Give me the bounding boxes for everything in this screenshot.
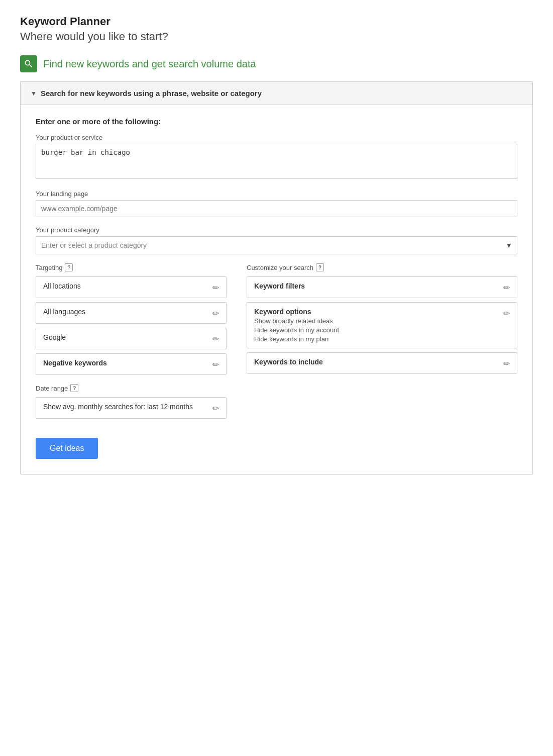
targeting-negative-keywords-text: Negative keywords [43, 359, 107, 367]
targeting-label: Targeting ? [36, 263, 227, 271]
card-body: Enter one or more of the following: Your… [21, 105, 532, 474]
date-range-help-icon[interactable]: ? [70, 384, 78, 392]
targeting-network-text: Google [43, 333, 66, 341]
landing-field-group: Your landing page [36, 190, 517, 217]
targeting-languages-text: All languages [43, 308, 85, 316]
main-card: ▼ Search for new keywords using a phrase… [20, 81, 533, 475]
form-instructions: Enter one or more of the following: [36, 117, 517, 126]
keyword-options-sub1: Show broadly related ideas [254, 317, 499, 325]
keyword-filters-content: Keyword filters [254, 282, 499, 290]
targeting-help-icon[interactable]: ? [65, 263, 73, 271]
edit-icon: ✏ [503, 309, 510, 318]
edit-icon: ✏ [212, 404, 219, 413]
category-label: Your product category [36, 226, 517, 234]
page-title: Keyword Planner [20, 15, 533, 28]
search-icon [20, 55, 37, 72]
customize-label: Customize your search ? [247, 263, 517, 271]
keyword-options-sub2: Hide keywords in my account [254, 326, 499, 334]
keyword-options-content: Keyword options Show broadly related ide… [254, 308, 499, 343]
card-header-text: Search for new keywords using a phrase, … [41, 89, 262, 98]
edit-icon: ✏ [503, 359, 510, 368]
two-col-section: Targeting ? All locations ✏ All language… [36, 263, 517, 423]
category-select[interactable]: Enter or select a product category [36, 236, 517, 254]
date-range-label: Date range ? [36, 384, 227, 392]
landing-input[interactable] [36, 200, 517, 217]
keyword-filters-title: Keyword filters [254, 282, 499, 290]
edit-icon: ✏ [212, 283, 219, 293]
keyword-filters-option[interactable]: Keyword filters ✏ [247, 276, 517, 298]
page-subtitle: Where would you like to start? [20, 30, 533, 43]
keyword-options-option[interactable]: Keyword options Show broadly related ide… [247, 302, 517, 348]
category-select-wrapper: Enter or select a product category ▼ [36, 236, 517, 254]
section-header[interactable]: Find new keywords and get search volume … [20, 55, 533, 72]
targeting-locations[interactable]: All locations ✏ [36, 276, 227, 298]
product-input[interactable]: burger bar in chicago [36, 144, 517, 179]
customize-help-icon[interactable]: ? [316, 263, 324, 271]
edit-icon: ✏ [212, 309, 219, 318]
product-label: Your product or service [36, 134, 517, 141]
landing-label: Your landing page [36, 190, 517, 198]
edit-icon: ✏ [503, 283, 510, 293]
keywords-to-include-option[interactable]: Keywords to include ✏ [247, 352, 517, 374]
date-range-option[interactable]: Show avg. monthly searches for: last 12 … [36, 397, 227, 419]
keywords-to-include-content: Keywords to include [254, 358, 499, 366]
targeting-languages[interactable]: All languages ✏ [36, 302, 227, 324]
keyword-options-sub3: Hide keywords in my plan [254, 335, 499, 343]
keyword-options-title: Keyword options [254, 308, 499, 316]
category-field-group: Your product category Enter or select a … [36, 226, 517, 254]
product-field-group: Your product or service burger bar in ch… [36, 134, 517, 181]
collapse-arrow-icon: ▼ [31, 90, 37, 97]
targeting-locations-text: All locations [43, 282, 81, 290]
right-col: Customize your search ? Keyword filters … [247, 263, 517, 423]
date-range-text: Show avg. monthly searches for: last 12 … [43, 403, 193, 411]
get-ideas-button[interactable]: Get ideas [36, 438, 98, 459]
card-header[interactable]: ▼ Search for new keywords using a phrase… [21, 82, 532, 105]
targeting-network[interactable]: Google ✏ [36, 328, 227, 349]
keywords-to-include-title: Keywords to include [254, 358, 499, 366]
targeting-negative-keywords[interactable]: Negative keywords ✏ [36, 353, 227, 375]
date-range-section: Date range ? Show avg. monthly searches … [36, 384, 227, 419]
edit-icon: ✏ [212, 360, 219, 369]
edit-icon: ✏ [212, 334, 219, 344]
section-link[interactable]: Find new keywords and get search volume … [43, 58, 256, 70]
left-col: Targeting ? All locations ✏ All language… [36, 263, 227, 423]
